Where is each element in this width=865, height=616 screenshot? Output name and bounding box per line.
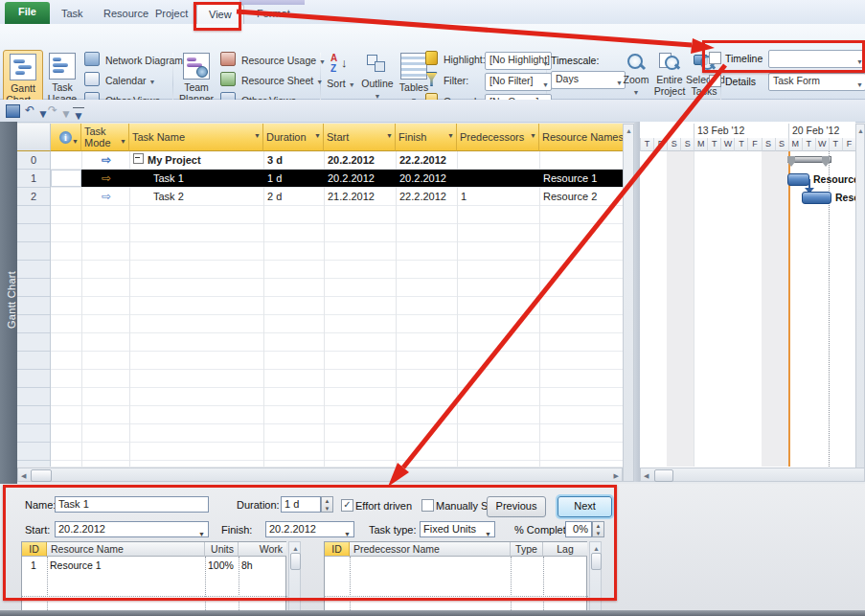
week-label: 13 Feb '12 [694,124,791,138]
gantt-vertical-scrollbar[interactable]: ▲ [855,124,865,482]
start-cell[interactable]: 20.2.2012 [328,151,397,169]
col-header-predecessors[interactable]: Predecessors ▼ [457,124,539,151]
auto-schedule-icon: ⇨ [102,190,111,203]
start-cell[interactable]: 21.2.2012 [328,188,397,205]
window-bottom-edge [0,610,865,616]
finish-cell[interactable]: 20.2.2012 [399,170,459,187]
save-icon[interactable] [6,104,20,118]
finish-cell[interactable]: 22.2.2012 [399,188,459,205]
col-header-finish[interactable]: Finish ▼ [396,124,457,151]
predecessors-cell[interactable] [461,170,539,187]
network-diagram-label: Network Diagram [105,55,183,66]
duration-cell[interactable]: 2 d [267,188,325,205]
undo-icon[interactable]: ↶ [25,103,34,117]
task-name-cell[interactable]: Task 2 [153,188,263,205]
finish-cell[interactable]: 22.2.2012 [399,151,459,169]
chevron-down-icon: ▼ [375,93,381,100]
resource-sheet-button[interactable]: Resource Sheet ▼ [220,72,323,89]
chevron-down-icon: ▼ [542,57,549,70]
details-dropdown[interactable]: Task Form ▼ [768,73,865,91]
scroll-left-icon[interactable]: ◀ [21,471,26,481]
table-row[interactable]: ⇨ My Project 3 d 20.2.2012 22.2.2012 [51,151,623,169]
calendar-icon [84,72,100,86]
view-bar[interactable]: Gantt Chart [0,122,17,484]
resource-cell[interactable]: Resource 1 [543,170,620,187]
row-number[interactable]: 0 [17,151,50,169]
outline-icon [366,53,389,76]
gantt-chart-icon [10,54,36,80]
left-pane-horizontal-scrollbar[interactable]: ◀ ▶ [17,468,623,482]
scroll-up-icon[interactable]: ▲ [626,126,632,136]
tab-task[interactable]: Task [50,4,95,24]
row-number[interactable]: 1 [17,170,50,187]
entire-project-label: Entire Project [654,74,686,97]
week-gridline [694,151,694,467]
col-header-task-mode[interactable]: Task Mode ▼ [81,124,129,151]
task-mode-cell[interactable]: ⇨ [83,151,129,169]
info-cell[interactable] [51,170,81,187]
resource-sheet-icon [220,72,236,86]
scroll-left-icon[interactable]: ◀ [644,471,649,481]
col-header-duration[interactable]: Duration ▼ [263,124,324,151]
info-column-header[interactable]: i ▼ [51,124,81,151]
chevron-down-icon: ▼ [316,79,323,85]
left-pane-vertical-scrollbar[interactable]: ▲ [623,124,634,482]
tab-file[interactable]: File [5,2,50,24]
filter-icon [425,72,438,86]
task-name-cell[interactable]: My Project [133,151,263,169]
gantt-week-header: 13 Feb '12 20 Feb '12 [640,124,855,139]
predecessors-cell[interactable] [461,151,539,169]
duration-cell[interactable]: 1 d [267,170,325,187]
table-row[interactable]: ⇨ Task 2 2 d 21.2.2012 22.2.2012 1 Resou… [51,188,623,205]
redo-icon[interactable]: ↷ [48,103,57,117]
highlight-dropdown[interactable]: [No Highlight] ▼ [485,52,552,70]
resource-usage-button[interactable]: Resource Usage ▼ [220,52,326,69]
current-date-line [788,151,790,467]
duration-cell[interactable]: 3 d [267,151,325,169]
task-mode-cell[interactable]: ⇨ [83,188,129,205]
highlight-value: [No Highlight] [489,54,550,65]
scroll-right-icon[interactable]: ▶ [614,471,619,481]
select-all-cell[interactable] [17,124,51,151]
task2-bar-label: Resource 2 [835,192,855,203]
timescale-label: Timescale: [551,55,599,66]
task-name-cell[interactable]: Task 1 [153,170,263,187]
resource-cell[interactable] [543,151,620,169]
annotation-box-task-form [3,485,617,601]
col-header-resources[interactable]: Resource Names ▼ [539,124,634,151]
task2-bar[interactable] [802,192,831,204]
filter-dropdown[interactable]: [No Filter] ▼ [485,73,552,91]
qat-customize-icon[interactable]: ▼ [73,107,84,123]
row-number[interactable]: 2 [17,188,50,205]
col-header-task-name[interactable]: Task Name ▼ [129,124,263,151]
tab-format[interactable]: Format [245,4,302,24]
table-header: i ▼ Task Mode ▼ Task Name ▼ Duration ▼ S… [17,124,634,151]
details-checkbox[interactable]: ✓ [709,75,721,87]
gantt-pane[interactable]: 13 Feb '12 20 Feb '12 TFSSMTWTFSSMTWTF R… [640,122,855,482]
annotation-box-details [702,40,865,73]
timescale-dropdown[interactable]: Days ▼ [551,71,626,89]
zoom-icon [626,53,646,72]
table-row-selected[interactable]: ⇨ Task 1 1 d 20.2.2012 20.2.2012 Resourc… [81,170,623,187]
col-header-label: Task Name [132,131,185,143]
collapse-icon[interactable] [133,153,144,164]
tab-project[interactable]: Project [144,4,199,24]
scroll-up-icon[interactable]: ▲ [857,126,864,136]
resource-cell[interactable]: Resource 2 [543,188,620,205]
scroll-thumb[interactable] [654,469,673,482]
quick-access-toolbar: ↶ ▼ ↷ ▼ ▼ [0,100,865,123]
calendar-button[interactable]: Calendar ▼ [84,72,155,89]
gantt-horizontal-scrollbar[interactable]: ◀ [640,468,865,482]
chevron-down-icon: ▼ [349,81,355,88]
scroll-thumb[interactable] [31,469,52,482]
details-label: Details [725,76,756,87]
task-mode-cell[interactable]: ⇨ [83,170,129,187]
predecessors-cell[interactable]: 1 [461,188,539,205]
redo-dropdown-icon[interactable]: ▼ [60,107,72,121]
col-header-start[interactable]: Start ▼ [324,124,396,151]
network-diagram-icon [84,52,100,66]
sort-label: Sort [327,78,345,89]
task1-bar[interactable] [787,173,809,186]
col-header-label: Task Mode [84,125,111,148]
start-cell[interactable]: 20.2.2012 [328,170,397,187]
